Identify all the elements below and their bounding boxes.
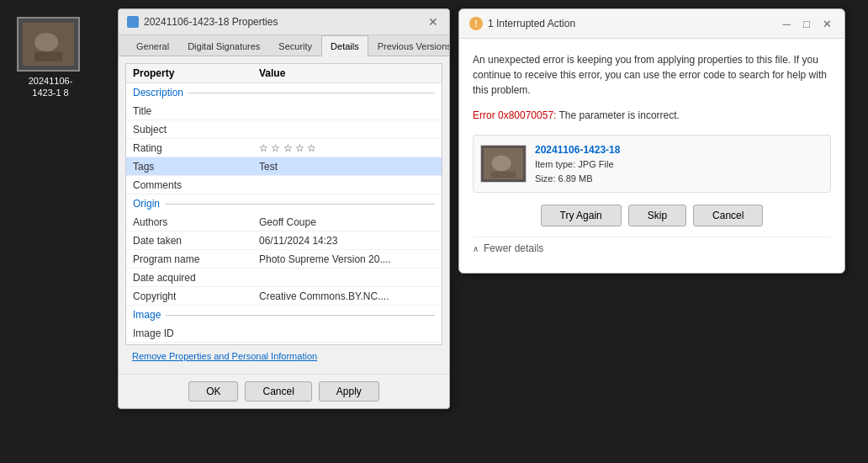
header-value: Value xyxy=(259,67,435,79)
file-type: Item type: JPG File xyxy=(535,157,620,172)
apply-button[interactable]: Apply xyxy=(319,381,379,402)
prop-authors-label: Authors xyxy=(133,216,259,228)
section-origin: Origin xyxy=(126,194,442,213)
prop-date-taken-value: 06/11/2024 14:23 xyxy=(259,235,435,247)
prop-copyright-value: Creative Commons.BY.NC.... xyxy=(259,290,435,302)
interrupted-dialog: ! 1 Interrupted Action ─ □ ✕ An unexpect… xyxy=(458,8,845,274)
cancel-action-button[interactable]: Cancel xyxy=(693,205,763,226)
properties-content: Property Value Description Title Subject xyxy=(119,56,449,374)
table-header: Property Value xyxy=(126,64,442,83)
svg-rect-3 xyxy=(34,51,62,61)
properties-titlebar: 20241106-1423-18 Properties ✕ xyxy=(119,9,449,35)
prop-comments-label: Comments xyxy=(133,179,259,191)
interrupted-title-left: ! 1 Interrupted Action xyxy=(469,17,575,30)
tab-digital-signatures[interactable]: Digital Signatures xyxy=(178,35,269,56)
dialog-footer: Remove Properties and Personal Informati… xyxy=(125,345,442,367)
prop-row-program-name: Program name Photo Supreme Version 20...… xyxy=(126,250,442,269)
file-icon xyxy=(127,16,139,28)
section-description-label: Description xyxy=(133,87,183,98)
prop-row-authors: Authors Geoff Coupe xyxy=(126,213,442,232)
section-image-label: Image xyxy=(133,309,161,321)
prop-row-image-id: Image ID xyxy=(126,324,442,343)
prop-date-acquired-label: Date acquired xyxy=(133,272,259,284)
svg-point-2 xyxy=(34,33,58,52)
file-info-panel: 20241106-1423-18 Item type: JPG File Siz… xyxy=(473,135,831,193)
svg-rect-8 xyxy=(491,172,516,178)
error-code: Error 0x80070057: xyxy=(473,109,556,121)
prop-program-label: Program name xyxy=(133,253,259,265)
chevron-up-icon: ∧ xyxy=(473,242,479,255)
prop-row-subject: Subject xyxy=(126,120,442,139)
section-description: Description xyxy=(126,83,442,102)
section-line xyxy=(188,93,435,93)
file-name: 20241106-1423-18 xyxy=(535,142,620,157)
ok-button[interactable]: OK xyxy=(188,381,238,402)
tab-general[interactable]: General xyxy=(127,35,178,56)
prop-tags-value: Test xyxy=(259,161,435,173)
properties-title: 20241106-1423-18 Properties xyxy=(144,16,278,28)
thumbnail-image xyxy=(17,17,80,72)
fewer-details-label: Fewer details xyxy=(484,241,543,256)
file-thumbnail xyxy=(480,145,527,183)
section-image: Image xyxy=(126,306,442,324)
prop-row-date-acquired: Date acquired xyxy=(126,269,442,287)
action-buttons: Try Again Skip Cancel xyxy=(473,205,831,226)
prop-tags-label: Tags xyxy=(133,161,259,173)
close-button[interactable]: ✕ xyxy=(819,16,834,31)
thumbnail-label: 20241106-1423-1 8 xyxy=(17,75,84,99)
desktop: 20241106-1423-1 8 20241106-1423-18 Prope… xyxy=(0,0,868,463)
error-message-1: An unexpected error is keeping you from … xyxy=(473,54,827,96)
prop-date-taken-label: Date taken xyxy=(133,235,259,247)
prop-title-label: Title xyxy=(133,105,259,117)
file-size: Size: 6.89 MB xyxy=(535,172,620,186)
properties-tabs: General Digital Signatures Security Deta… xyxy=(119,35,449,56)
prop-row-comments: Comments xyxy=(126,176,442,194)
desktop-thumbnail: 20241106-1423-1 8 xyxy=(17,17,84,99)
properties-table: Property Value Description Title Subject xyxy=(125,63,442,345)
interrupted-title: 1 Interrupted Action xyxy=(488,18,575,29)
prop-rating-label: Rating xyxy=(133,142,259,154)
warning-icon: ! xyxy=(469,17,483,30)
maximize-button[interactable]: □ xyxy=(799,16,814,31)
prop-row-copyright: Copyright Creative Commons.BY.NC.... xyxy=(126,287,442,306)
properties-close-button[interactable]: ✕ xyxy=(426,14,441,29)
prop-program-value: Photo Supreme Version 20.... xyxy=(259,253,435,265)
header-property: Property xyxy=(133,67,259,79)
cancel-button[interactable]: Cancel xyxy=(245,381,311,402)
prop-row-rating: Rating ☆ ☆ ☆ ☆ ☆ xyxy=(126,139,442,157)
prop-copyright-label: Copyright xyxy=(133,290,259,302)
prop-rating-value: ☆ ☆ ☆ ☆ ☆ xyxy=(259,142,435,154)
fewer-details-row[interactable]: ∧ Fewer details xyxy=(473,237,831,259)
prop-row-title: Title xyxy=(126,102,442,120)
section-origin-line xyxy=(165,204,435,205)
properties-dialog-buttons: OK Cancel Apply xyxy=(119,374,449,408)
section-image-line xyxy=(166,315,435,316)
titlebar-controls: ─ □ ✕ xyxy=(779,16,834,31)
error-text: An unexpected error is keeping you from … xyxy=(473,52,831,98)
svg-point-7 xyxy=(492,155,511,171)
error-code-desc: The parameter is incorrect. xyxy=(559,109,680,121)
prop-row-date-taken: Date taken 06/11/2024 14:23 xyxy=(126,232,442,250)
minimize-button[interactable]: ─ xyxy=(779,16,794,31)
skip-button[interactable]: Skip xyxy=(628,205,686,226)
interrupted-titlebar: ! 1 Interrupted Action ─ □ ✕ xyxy=(459,9,844,39)
try-again-button[interactable]: Try Again xyxy=(541,205,622,226)
titlebar-left: 20241106-1423-18 Properties xyxy=(127,16,278,28)
section-origin-label: Origin xyxy=(133,198,160,210)
properties-dialog: 20241106-1423-18 Properties ✕ General Di… xyxy=(118,8,450,409)
file-details: 20241106-1423-18 Item type: JPG File Siz… xyxy=(535,142,620,185)
prop-authors-value: Geoff Coupe xyxy=(259,216,435,228)
error-code-line: Error 0x80070057: The parameter is incor… xyxy=(473,108,831,123)
prop-subject-label: Subject xyxy=(133,124,259,136)
prop-row-tags: Tags Test xyxy=(126,157,442,176)
prop-image-id-label: Image ID xyxy=(133,327,259,339)
tab-previous-versions[interactable]: Previous Versions xyxy=(368,35,450,56)
tab-details[interactable]: Details xyxy=(321,35,368,56)
interrupted-body: An unexpected error is keeping you from … xyxy=(459,39,844,273)
remove-properties-link[interactable]: Remove Properties and Personal Informati… xyxy=(132,351,317,361)
tab-security[interactable]: Security xyxy=(269,35,321,56)
